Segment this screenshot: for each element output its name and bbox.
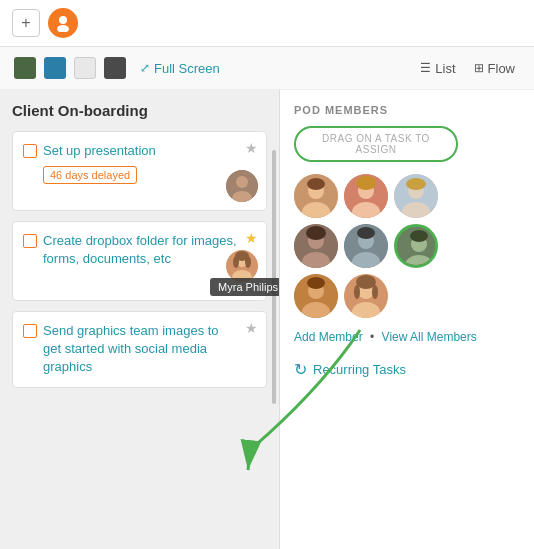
swatch-dark-gray[interactable] (104, 57, 126, 79)
star-icon-1[interactable]: ★ (245, 140, 258, 156)
svg-point-9 (233, 256, 239, 268)
star-icon-2[interactable]: ★ (245, 230, 258, 246)
member-avatar-1[interactable] (294, 174, 338, 218)
fullscreen-button[interactable]: ⤢ Full Screen (140, 61, 220, 76)
member-avatar-2[interactable] (344, 174, 388, 218)
svg-point-1 (57, 25, 69, 32)
member-links: Add Member • View All Members (294, 330, 520, 344)
color-row: ⤢ Full Screen ☰ List ⊞ Flow (0, 47, 534, 90)
fullscreen-label: Full Screen (154, 61, 220, 76)
svg-point-34 (410, 230, 428, 242)
member-avatar-4[interactable] (294, 224, 338, 268)
pod-members-title: POD MEMBERS (294, 104, 520, 116)
member-avatar-5[interactable] (344, 224, 388, 268)
left-panel: Client On-boarding Set up presentation 4… (0, 90, 280, 549)
svg-point-26 (306, 226, 326, 240)
flow-view-button[interactable]: ⊞ Flow (469, 59, 520, 78)
swatch-light-gray[interactable] (74, 57, 96, 79)
add-button[interactable]: + (12, 9, 40, 37)
right-panel: POD MEMBERS DRAG ON A TASK TO ASSIGN (280, 90, 534, 549)
swatch-teal[interactable] (44, 57, 66, 79)
view-all-link[interactable]: View All Members (382, 330, 477, 344)
svg-point-0 (59, 16, 67, 24)
recurring-section: ↻ Recurring Tasks (294, 360, 520, 379)
task-title-2: Create dropbox folder for images, forms,… (43, 232, 256, 268)
flow-icon: ⊞ (474, 61, 484, 75)
myra-tooltip: Myra Philips (210, 278, 280, 296)
avatars-grid (294, 174, 520, 318)
panel-title: Client On-boarding (12, 102, 267, 119)
svg-point-38 (307, 277, 325, 289)
task-card-3: Send graphics team images to get started… (12, 311, 267, 388)
svg-point-43 (354, 285, 360, 299)
recurring-tasks-link[interactable]: Recurring Tasks (313, 362, 406, 377)
view-buttons: ☰ List ⊞ Flow (415, 59, 520, 78)
scrollbar[interactable] (272, 150, 276, 404)
svg-point-10 (245, 256, 251, 268)
svg-point-18 (356, 176, 376, 190)
task-title-1: Set up presentation (43, 142, 256, 160)
task-checkbox-1[interactable] (23, 144, 37, 158)
svg-point-30 (357, 227, 375, 239)
orange-avatar-button[interactable] (48, 8, 78, 38)
task-card: Set up presentation 46 days delayed ★ (12, 131, 267, 211)
member-avatar-6[interactable] (394, 224, 438, 268)
task-checkbox-2[interactable] (23, 234, 37, 248)
task-checkbox-3[interactable] (23, 324, 37, 338)
svg-point-22 (406, 178, 426, 190)
recurring-icon[interactable]: ↻ (294, 360, 307, 379)
add-member-link[interactable]: Add Member (294, 330, 363, 344)
main-content: Client On-boarding Set up presentation 4… (0, 90, 534, 549)
expand-icon: ⤢ (140, 61, 150, 75)
list-view-button[interactable]: ☰ List (415, 59, 460, 78)
avatar-1 (226, 170, 258, 202)
task-title-3: Send graphics team images to get started… (43, 322, 256, 377)
dot-separator: • (370, 330, 374, 344)
svg-point-44 (372, 285, 378, 299)
delay-badge-1: 46 days delayed (43, 166, 137, 184)
svg-point-3 (236, 176, 248, 188)
swatch-dark-green[interactable] (14, 57, 36, 79)
drag-assign-box: DRAG ON A TASK TO ASSIGN (294, 126, 458, 162)
member-avatar-7[interactable] (294, 274, 338, 318)
member-avatar-myra[interactable] (344, 274, 388, 318)
task-card-2: Create dropbox folder for images, forms,… (12, 221, 267, 301)
member-avatar-3[interactable] (394, 174, 438, 218)
svg-point-14 (307, 178, 325, 190)
list-icon: ☰ (420, 61, 431, 75)
toolbar: + (0, 0, 534, 47)
star-icon-3[interactable]: ★ (245, 320, 258, 336)
person-icon (54, 14, 72, 32)
